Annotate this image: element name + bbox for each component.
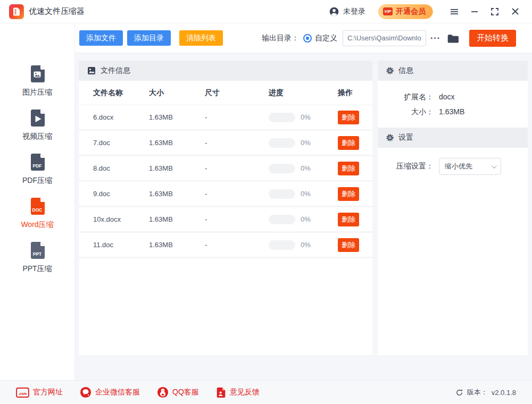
app-logo-icon — [9, 4, 24, 19]
sidebar-item-label: PDF压缩 — [22, 176, 52, 186]
delete-button[interactable]: 删除 — [338, 162, 359, 175]
progress-percent: 0% — [301, 139, 311, 147]
doc-file-icon: DOC — [27, 196, 47, 216]
ppt-file-icon: PPT — [27, 240, 47, 260]
app-title: 优速文件压缩器 — [29, 6, 85, 16]
menu-button[interactable] — [447, 4, 462, 19]
settings-body: 压缩设置： 缩小优先 — [378, 148, 528, 175]
output-dir-label: 输出目录： — [262, 33, 299, 43]
file-info-title: 文件信息 — [101, 66, 130, 75]
footer-bar: .com 官方网址 企业微信客服 QQ客服 — [0, 380, 532, 404]
wecom-support-link[interactable]: 企业微信客服 — [80, 386, 140, 398]
file-name: 7.doc — [93, 139, 149, 147]
file-dimension: - — [205, 139, 269, 147]
title-bar: 优速文件压缩器 未登录 VIP 开通会员 — [0, 0, 532, 23]
file-name: 8.doc — [93, 164, 149, 172]
ext-label: 扩展名： — [378, 92, 434, 102]
custom-radio[interactable] — [303, 34, 312, 43]
file-dimension: - — [205, 164, 269, 172]
version-label: 版本： — [467, 388, 488, 397]
sidebar-item-label: 图片压缩 — [22, 88, 52, 97]
chevron-down-icon — [492, 163, 497, 169]
side-panel: 信息 扩展名： docx 大小： 1.63MB — [378, 61, 528, 355]
info-title: 信息 — [398, 66, 413, 75]
custom-radio-label: 自定义 — [315, 33, 337, 43]
add-file-button[interactable]: 添加文件 — [79, 30, 123, 46]
file-dimension: - — [205, 190, 269, 198]
delete-button[interactable]: 删除 — [338, 111, 359, 124]
delete-button[interactable]: 删除 — [338, 238, 359, 252]
minimize-icon — [470, 7, 479, 16]
output-path-input[interactable] — [343, 30, 426, 46]
pdf-badge-text: PDF — [33, 163, 42, 169]
site-icon-text: .com — [19, 392, 27, 395]
file-name: 9.doc — [93, 190, 149, 198]
table-row: 10x.docx 1.63MB - 0% 删除 — [79, 207, 372, 233]
pdf-file-icon: PDF — [27, 152, 47, 172]
col-filename: 文件名称 — [93, 88, 149, 98]
sidebar-item-label: PPT压缩 — [22, 264, 52, 274]
ppt-badge-text: PPT — [33, 251, 42, 257]
footer-link-label: 意见反馈 — [230, 388, 260, 397]
progress-percent: 0% — [301, 164, 311, 172]
delete-button[interactable]: 删除 — [338, 187, 359, 201]
delete-button[interactable]: 删除 — [338, 136, 359, 150]
wechat-support-icon — [80, 386, 92, 398]
table-header: 文件名称 大小 尺寸 进度 操作 — [79, 81, 372, 105]
file-size: 1.63MB — [149, 113, 205, 121]
sidebar-item-pdf-compress[interactable]: PDF PDF压缩 — [22, 152, 52, 186]
info-body: 扩展名： docx 大小： 1.63MB — [378, 81, 528, 128]
vip-button-label: 开通会员 — [396, 7, 426, 16]
progress-bar — [269, 215, 295, 224]
gear-icon — [386, 134, 394, 141]
clear-list-button[interactable]: 清除列表 — [179, 30, 223, 46]
sidebar-item-image-compress[interactable]: 图片压缩 — [22, 64, 52, 97]
close-button[interactable] — [508, 4, 522, 19]
image-file-icon — [27, 64, 47, 84]
sidebar-item-ppt-compress[interactable]: PPT PPT压缩 — [22, 240, 52, 274]
col-dimension: 尺寸 — [205, 88, 269, 98]
sidebar-item-video-compress[interactable]: 视频压缩 — [22, 108, 52, 141]
file-size: 1.63MB — [149, 190, 205, 198]
version-value: v2.0.1.8 — [492, 389, 516, 397]
settings-header: 设置 — [378, 128, 528, 148]
login-status[interactable]: 未登录 — [329, 6, 365, 17]
feedback-link[interactable]: 意见反馈 — [216, 387, 260, 398]
progress-percent: 0% — [301, 113, 311, 121]
app-window: 优速文件压缩器 未登录 VIP 开通会员 — [0, 0, 532, 404]
progress-bar — [269, 113, 295, 122]
progress-percent: 0% — [301, 190, 311, 198]
footer-link-label: QQ客服 — [172, 388, 199, 397]
compress-setting-select[interactable]: 缩小优先 — [439, 158, 501, 175]
user-avatar-icon — [329, 6, 339, 17]
close-icon — [511, 7, 519, 15]
col-size: 大小 — [149, 88, 205, 98]
add-directory-button[interactable]: 添加目录 — [127, 30, 171, 46]
maximize-icon — [491, 7, 499, 16]
open-folder-button[interactable] — [445, 33, 461, 43]
gear-icon — [386, 67, 394, 74]
sidebar-item-label: 视频压缩 — [22, 132, 52, 141]
open-vip-button[interactable]: VIP 开通会员 — [378, 4, 433, 19]
sidebar-item-word-compress[interactable]: DOC Word压缩 — [21, 196, 53, 230]
info-header: 信息 — [378, 61, 528, 81]
footer-link-label: 企业微信客服 — [95, 388, 140, 397]
minimize-button[interactable] — [467, 4, 482, 19]
size-value: 1.63MB — [439, 107, 464, 117]
official-site-link[interactable]: .com 官方网址 — [16, 388, 63, 398]
browse-more-button[interactable]: ··· — [426, 33, 445, 43]
folder-icon — [447, 33, 459, 43]
maximize-button[interactable] — [487, 4, 502, 19]
start-convert-button[interactable]: 开始转换 — [469, 30, 516, 47]
progress-bar — [269, 164, 295, 173]
file-dimension: - — [205, 113, 269, 121]
file-name: 6.docx — [93, 113, 149, 121]
settings-title: 设置 — [398, 133, 413, 142]
qq-support-link[interactable]: QQ客服 — [157, 386, 199, 398]
delete-button[interactable]: 删除 — [338, 213, 359, 226]
table-row: 6.docx 1.63MB - 0% 删除 — [79, 105, 372, 131]
progress-bar — [269, 189, 295, 199]
progress-bar — [269, 138, 295, 148]
login-status-label: 未登录 — [343, 7, 365, 16]
version-info: 版本：v2.0.1.8 — [455, 388, 516, 397]
